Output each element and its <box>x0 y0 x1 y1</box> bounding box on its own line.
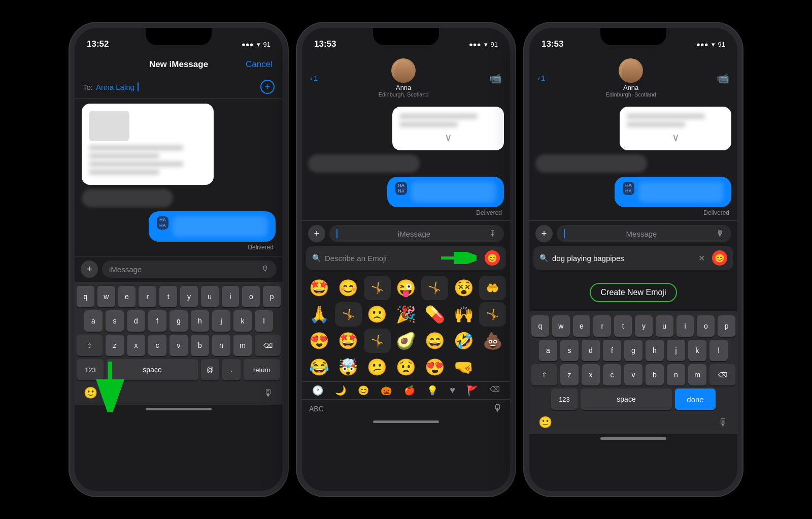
emoji-search-bar-active[interactable]: 🔍 dog playing bagpipes ✕ 😊 <box>533 246 733 270</box>
key-3-x[interactable]: x <box>582 364 600 385</box>
key-at[interactable]: @ <box>201 359 219 380</box>
emoji-cell[interactable]: 🤜 <box>450 355 477 379</box>
emoji-search-bar[interactable]: 🔍 Describe an Emoji 😊 <box>306 246 506 270</box>
cat-objects[interactable]: 🚩 <box>467 385 478 396</box>
search-clear-button[interactable]: ✕ <box>698 253 705 263</box>
key-q[interactable]: q <box>77 286 94 307</box>
key-3-r[interactable]: r <box>593 315 611 337</box>
emoji-cell[interactable]: 🙁 <box>364 302 391 327</box>
input-bar-3[interactable]: + Message 🎙 <box>529 220 737 246</box>
emoji-cell[interactable]: 💩 <box>479 329 506 353</box>
key-n[interactable]: n <box>212 335 230 356</box>
emoji-cell[interactable]: 🙏 <box>306 302 333 327</box>
emoji-picker-button-active[interactable]: 😊 <box>712 250 727 266</box>
key-3-v[interactable]: v <box>624 364 642 385</box>
emoji-cell[interactable]: 😜 <box>393 276 420 300</box>
key-v[interactable]: v <box>170 335 188 356</box>
key-o[interactable]: o <box>242 286 260 307</box>
plus-button-3[interactable]: + <box>535 225 553 242</box>
emoji-picker-button[interactable]: 😊 <box>485 250 500 266</box>
mic-bottom-3[interactable]: 🎙 <box>718 417 728 429</box>
key-3-o[interactable]: o <box>697 315 715 337</box>
emoji-cell[interactable]: 😍 <box>306 329 333 353</box>
key-3-c[interactable]: c <box>603 364 621 385</box>
key-c[interactable]: c <box>148 335 166 356</box>
video-call-button-3[interactable]: 📹 <box>717 72 729 84</box>
key-3-s[interactable]: s <box>560 340 579 361</box>
add-recipient-button[interactable]: + <box>260 80 275 94</box>
key-delete[interactable]: ⌫ <box>255 335 281 356</box>
key-j[interactable]: j <box>212 310 230 332</box>
key-3-w[interactable]: w <box>552 315 570 337</box>
video-call-button-2[interactable]: 📹 <box>489 72 502 84</box>
key-3-p[interactable]: p <box>718 315 735 337</box>
create-new-emoji-button[interactable]: Create New Emoji <box>590 283 678 302</box>
key-g[interactable]: g <box>170 310 188 332</box>
cat-smileys[interactable]: 🌙 <box>335 385 346 396</box>
emoji-cell[interactable]: 🤣 <box>450 329 477 353</box>
message-input-3[interactable]: Message 🎙 <box>557 225 731 242</box>
emoji-cell[interactable]: 🙌 <box>450 302 477 327</box>
key-r[interactable]: r <box>139 286 156 307</box>
key-x[interactable]: x <box>127 335 145 356</box>
key-b[interactable]: b <box>191 335 209 356</box>
key-return[interactable]: return <box>244 359 280 380</box>
key-3-t[interactable]: t <box>614 315 632 337</box>
key-3-e[interactable]: e <box>573 315 591 337</box>
key-3-123[interactable]: 123 <box>551 388 578 410</box>
key-shift[interactable]: ⇧ <box>77 335 103 356</box>
emoji-cell[interactable]: 😵 <box>450 276 477 300</box>
key-3-q[interactable]: q <box>531 315 549 337</box>
key-m[interactable]: m <box>233 335 252 356</box>
key-3-g[interactable]: g <box>624 340 642 361</box>
plus-button-2[interactable]: + <box>308 225 325 242</box>
key-d[interactable]: d <box>127 310 145 332</box>
emoji-cell[interactable]: 😟 <box>393 355 420 379</box>
emoji-cell[interactable]: 😊 <box>335 276 362 300</box>
key-3-space[interactable]: space <box>581 388 672 410</box>
key-3-z[interactable]: z <box>560 364 579 385</box>
emoji-sticker[interactable]: 🤸 <box>364 276 391 300</box>
emoji-cell[interactable]: 🤩 <box>306 276 333 300</box>
key-f[interactable]: f <box>148 310 166 332</box>
key-w[interactable]: w <box>97 286 115 307</box>
key-t[interactable]: t <box>159 286 177 307</box>
cat-travel[interactable]: ♥ <box>450 385 455 396</box>
key-u[interactable]: u <box>201 286 219 307</box>
key-y[interactable]: y <box>180 286 198 307</box>
emoji-sticker[interactable]: 🤸 <box>335 302 362 327</box>
key-3-i[interactable]: i <box>676 315 694 337</box>
key-l[interactable]: l <box>255 310 273 332</box>
emoji-sticker[interactable]: 🤲 <box>479 276 506 300</box>
key-3-l[interactable]: l <box>709 340 728 361</box>
input-bar-2[interactable]: + iMessage 🎙 <box>302 220 510 246</box>
key-s[interactable]: s <box>106 310 124 332</box>
emoji-cell[interactable]: 😕 <box>364 355 391 379</box>
mic-icon-input-2[interactable]: 🎙 <box>489 229 497 238</box>
emoji-sticker[interactable]: 🤸 <box>479 302 506 327</box>
mic-bottom-1[interactable]: 🎙 <box>263 387 274 399</box>
key-3-u[interactable]: u <box>656 315 673 337</box>
key-3-shift[interactable]: ⇧ <box>531 364 557 385</box>
input-bar-1[interactable]: + iMessage 🎙 <box>75 256 283 282</box>
key-3-delete[interactable]: ⌫ <box>709 364 735 385</box>
key-3-b[interactable]: b <box>646 364 664 385</box>
key-3-done[interactable]: done <box>675 388 716 410</box>
cat-food[interactable]: 🍎 <box>404 385 415 396</box>
emoji-cell[interactable]: 🤩 <box>335 329 362 353</box>
emoji-sticker[interactable]: 🤸 <box>421 276 448 300</box>
keyboard-3[interactable]: q w e r t y u i o p a s d f g h j k l <box>529 311 737 434</box>
key-3-k[interactable]: k <box>688 340 706 361</box>
emoji-cell[interactable]: 🥑 <box>393 329 420 353</box>
cat-people[interactable]: 😊 <box>358 385 369 396</box>
key-i[interactable]: i <box>222 286 240 307</box>
key-h[interactable]: h <box>191 310 209 332</box>
key-p[interactable]: p <box>263 286 281 307</box>
emoji-key-3[interactable]: 🙂 <box>538 416 552 429</box>
emoji-cell[interactable]: 🤯 <box>335 355 362 379</box>
plus-button-1[interactable]: + <box>81 261 98 278</box>
emoji-cell[interactable]: 😂 <box>306 355 333 379</box>
cat-symbols[interactable]: ⌫ <box>490 385 500 396</box>
key-3-y[interactable]: y <box>635 315 653 337</box>
key-3-h[interactable]: h <box>646 340 664 361</box>
